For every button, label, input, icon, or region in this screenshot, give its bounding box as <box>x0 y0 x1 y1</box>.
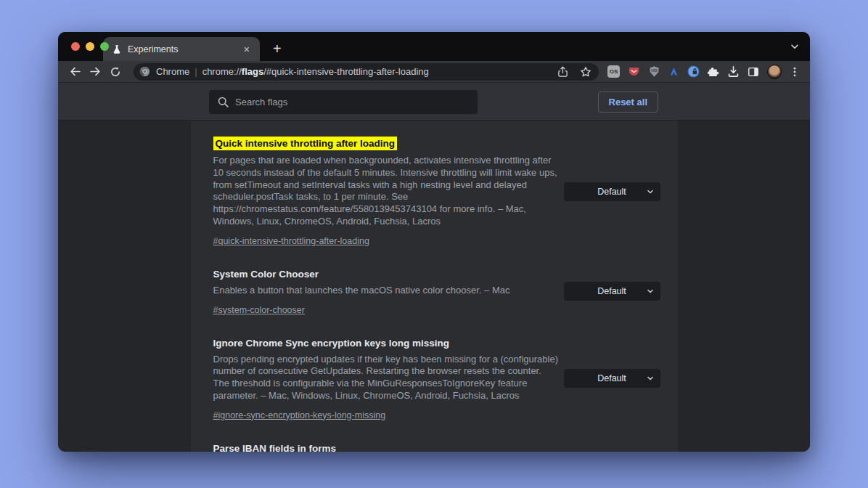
pocket-shield-icon[interactable] <box>628 65 640 78</box>
chevron-down-icon <box>647 375 654 382</box>
flag-permalink[interactable]: #ignore-sync-encryption-keys-long-missin… <box>213 410 386 420</box>
flag-title: Quick intensive throttling after loading <box>213 137 398 150</box>
lock-circle-icon[interactable] <box>687 65 700 78</box>
side-panel-icon[interactable] <box>748 66 759 78</box>
share-icon[interactable] <box>557 66 568 78</box>
flag-row: Parse IBAN fields in forms When enabled,… <box>213 442 660 452</box>
flag-select-value: Default <box>597 286 626 296</box>
flag-title: System Color Chooser <box>213 268 319 280</box>
flag-select-dropdown[interactable]: Default <box>564 182 660 201</box>
flag-permalink[interactable]: #system-color-chooser <box>213 305 305 315</box>
flag-select-dropdown[interactable]: Default <box>564 282 660 301</box>
flag-select-dropdown[interactable]: Default <box>564 369 660 388</box>
tab-strip: Experiments × + <box>58 32 810 61</box>
address-bar[interactable]: Chrome|chrome://flags/#quick-intensive-t… <box>134 63 599 81</box>
forward-button[interactable] <box>87 64 103 80</box>
new-tab-button[interactable]: + <box>269 41 286 57</box>
ud-shield-icon[interactable]: UD <box>648 65 660 78</box>
flag-permalink[interactable]: #quick-intensive-throttling-after-loadin… <box>213 236 369 246</box>
chevron-down-icon <box>647 288 654 295</box>
back-button[interactable] <box>67 64 83 80</box>
tab-title: Experiments <box>128 44 241 54</box>
flag-row: System Color Chooser Enables a button th… <box>213 267 660 316</box>
tab-search-chevron-icon[interactable] <box>790 32 800 61</box>
flag-title: Parse IBAN fields in forms <box>213 442 337 452</box>
flag-title: Ignore Chrome Sync encryption keys long … <box>213 337 450 349</box>
browser-window: Experiments × + <box>58 32 810 452</box>
flag-select-value: Default <box>597 187 626 197</box>
chrome-logo-icon <box>139 66 150 77</box>
chevron-down-icon <box>647 188 654 195</box>
close-window-button[interactable] <box>71 42 80 51</box>
reload-button[interactable] <box>107 64 123 80</box>
page-body: Quick intensive throttling after loading… <box>58 121 810 452</box>
zoom-window-button[interactable] <box>100 42 109 51</box>
flags-header: Reset all <box>58 83 810 121</box>
flag-row: Quick intensive throttling after loading… <box>213 137 660 247</box>
search-flags-field <box>209 90 478 114</box>
tab-close-icon[interactable]: × <box>241 43 253 56</box>
extension-icons: OS UD <box>607 65 800 79</box>
profile-avatar[interactable] <box>767 65 782 79</box>
search-icon <box>217 96 229 108</box>
menu-kebab-icon[interactable] <box>790 66 800 78</box>
flask-icon <box>112 44 122 54</box>
blue-ribbon-icon[interactable] <box>668 66 679 77</box>
flags-list: Quick intensive throttling after loading… <box>191 121 678 452</box>
flag-description: Enables a button that launches the macOS… <box>213 285 560 297</box>
window-controls <box>71 32 109 61</box>
toolbar: Chrome|chrome://flags/#quick-intensive-t… <box>58 61 810 83</box>
search-input[interactable] <box>209 90 478 114</box>
reset-all-button[interactable]: Reset all <box>598 92 658 113</box>
bookmark-star-icon[interactable] <box>580 66 591 78</box>
svg-text:UD: UD <box>651 68 657 73</box>
flag-row: Ignore Chrome Sync encryption keys long … <box>213 336 660 421</box>
tab-experiments[interactable]: Experiments × <box>103 37 260 61</box>
minimize-window-button[interactable] <box>86 42 94 51</box>
flag-select-value: Default <box>597 373 626 383</box>
download-icon[interactable] <box>727 65 740 78</box>
flag-description: For pages that are loaded when backgroun… <box>213 155 560 228</box>
url-text: Chrome|chrome://flags/#quick-intensive-t… <box>156 66 429 77</box>
extension-os-icon[interactable]: OS <box>607 65 620 78</box>
flag-description: Drops pending encrypted updates if their… <box>213 354 560 402</box>
puzzle-extensions-icon[interactable] <box>708 66 719 78</box>
